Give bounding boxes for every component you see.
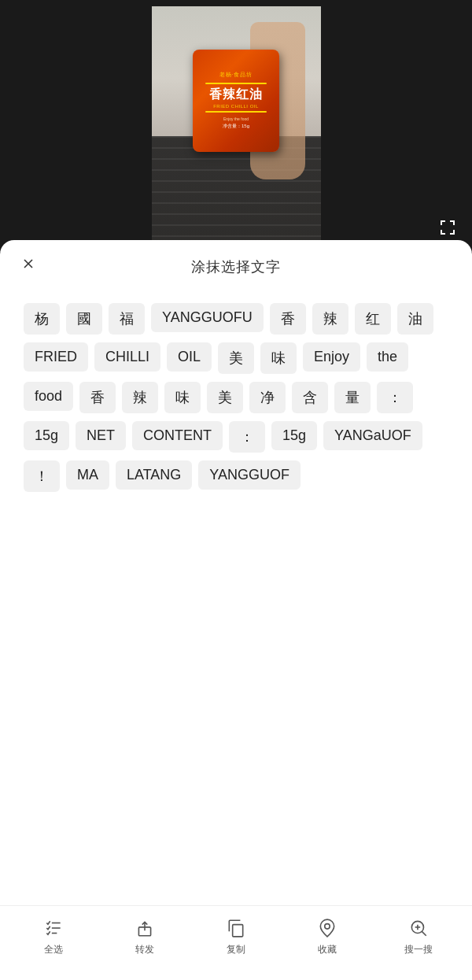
words-container: 杨國福YANGGUOFU香辣红油FRIEDCHILLIOIL美味Enjoythe… [0, 287, 472, 905]
search-icon [407, 917, 430, 939]
toolbar-label-save: 收藏 [318, 943, 337, 956]
word-chip[interactable]: 香 [79, 382, 116, 413]
word-chip[interactable]: 15g [271, 421, 317, 450]
word-chip[interactable]: 香 [270, 303, 306, 335]
word-chip[interactable]: 國 [66, 303, 102, 335]
toolbar-label-copy: 复制 [227, 943, 245, 956]
word-chip[interactable]: FRIED [24, 342, 88, 372]
share-icon [134, 917, 156, 939]
select-all-icon [42, 917, 65, 939]
packet-subtitle: Enjoy the food [223, 116, 249, 121]
copy-icon [225, 917, 247, 939]
toolbar-item-search[interactable]: 搜一搜 [373, 917, 464, 956]
toolbar-item-save[interactable]: 收藏 [282, 917, 373, 956]
word-chip[interactable]: OIL [167, 342, 212, 372]
word-chip[interactable]: 红 [355, 303, 391, 335]
word-chip[interactable]: YANGGUOF [198, 460, 301, 490]
word-chip[interactable]: 味 [164, 382, 201, 413]
svg-rect-7 [233, 925, 243, 937]
close-button[interactable] [16, 251, 41, 276]
word-chip[interactable]: YANGGUOFU [151, 303, 264, 332]
word-chip[interactable]: 油 [397, 303, 433, 335]
word-chip[interactable]: CONTENT [132, 421, 223, 450]
svg-point-8 [325, 924, 330, 930]
word-chip[interactable]: ： [377, 382, 413, 413]
word-chip[interactable]: 含 [292, 382, 328, 413]
word-chip[interactable]: 美 [218, 342, 254, 374]
svg-line-10 [422, 931, 426, 935]
packet-weight: 净含量：15g [223, 123, 249, 130]
word-chip[interactable]: food [24, 382, 73, 411]
toolbar-label-select-all: 全选 [44, 943, 63, 956]
toolbar-item-share[interactable]: 转发 [99, 917, 190, 956]
panel-header: 涂抹选择文字 [0, 240, 472, 287]
word-chip[interactable]: 15g [24, 421, 69, 450]
word-chip[interactable]: ： [229, 421, 265, 453]
toolbar-label-search: 搜一搜 [404, 943, 433, 956]
word-chip[interactable]: Enjoy [303, 342, 360, 372]
word-chip[interactable]: 味 [260, 342, 297, 374]
word-chip[interactable]: 量 [334, 382, 371, 413]
bottom-toolbar: 全选 转发 复制 收藏 [0, 905, 472, 980]
word-chip[interactable]: the [367, 342, 408, 372]
word-chip[interactable]: ！ [24, 460, 60, 492]
word-chip[interactable]: 辣 [312, 303, 348, 335]
word-chip[interactable]: NET [76, 421, 126, 450]
word-chip[interactable]: MA [66, 460, 109, 490]
photo-container: 老杨·食品坊 香辣红油 FRIED CHILLI OIL Enjoy the f… [152, 6, 321, 246]
expand-icon[interactable] [436, 216, 459, 239]
packet-brand: 老杨·食品坊 [219, 71, 253, 79]
save-icon [316, 917, 338, 939]
word-chip[interactable]: YANGaUOF [323, 421, 422, 450]
word-chip[interactable]: 福 [109, 303, 145, 335]
toolbar-label-share: 转发 [135, 943, 154, 956]
bottom-panel: 涂抹选择文字 杨國福YANGGUOFU香辣红油FRIEDCHILLIOIL美味E… [0, 240, 472, 980]
words-flow: 杨國福YANGGUOFU香辣红油FRIEDCHILLIOIL美味Enjoythe… [24, 303, 448, 492]
product-packet: 老杨·食品坊 香辣红油 FRIED CHILLI OIL Enjoy the f… [193, 50, 279, 152]
word-chip[interactable]: 净 [249, 382, 286, 413]
toolbar-item-select-all[interactable]: 全选 [8, 917, 99, 956]
word-chip[interactable]: 美 [207, 382, 243, 413]
toolbar-item-copy[interactable]: 复制 [190, 917, 282, 956]
word-chip[interactable]: LATANG [116, 460, 192, 490]
image-area: 老杨·食品坊 香辣红油 FRIED CHILLI OIL Enjoy the f… [0, 0, 472, 252]
panel-title: 涂抹选择文字 [191, 257, 281, 276]
word-chip[interactable]: 杨 [24, 303, 60, 335]
word-chip[interactable]: 辣 [122, 382, 158, 413]
word-chip[interactable]: CHILLI [94, 342, 160, 372]
packet-title-en: FRIED CHILLI OIL [213, 104, 259, 109]
packet-title-cn: 香辣红油 [209, 87, 263, 102]
